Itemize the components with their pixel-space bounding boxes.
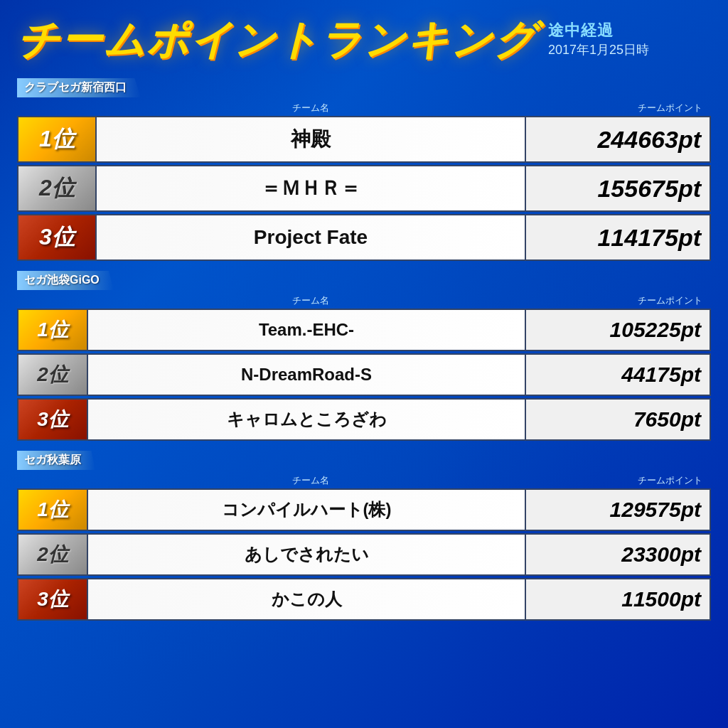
rank-badge-2: 2位 bbox=[18, 535, 87, 574]
rank-badge-2: 2位 bbox=[18, 355, 87, 395]
rank-row-shinjuku-0: 1位 神殿 244663pt bbox=[17, 116, 711, 163]
rank-row-ikebukuro-1: 2位 N-DreamRoad-S 44175pt bbox=[17, 353, 711, 396]
subtitle-block: 途中経過 2017年1月25日時 bbox=[548, 20, 649, 58]
subtitle-top: 途中経過 bbox=[548, 20, 649, 41]
col-rank bbox=[17, 474, 95, 487]
section-header-ikebukuro: セガ池袋GiGO bbox=[17, 271, 114, 290]
team-points-cell: 114175pt bbox=[526, 215, 710, 259]
team-name-cell: Project Fate bbox=[95, 215, 526, 259]
col-headers-ikebukuro: チーム名 チームポイント bbox=[17, 293, 711, 309]
team-points-cell: 129575pt bbox=[526, 490, 710, 530]
team-name-cell: Team.-EHC- bbox=[87, 310, 526, 350]
section-akihabara: セガ秋葉原 チーム名 チームポイント 1位 コンパイルハート(株) 129575… bbox=[17, 451, 711, 621]
rank-row-akihabara-2: 3位 かこの人 11500pt bbox=[17, 578, 711, 621]
sections-container: クラブセガ新宿西口 チーム名 チームポイント 1位 神殿 244663pt 2位… bbox=[17, 78, 711, 621]
rank-row-shinjuku-1: 2位 ＝ＭＨＲ＝ 155675pt bbox=[17, 165, 711, 212]
team-points-cell: 11500pt bbox=[526, 579, 710, 619]
rank-row-akihabara-1: 2位 あしでされたい 23300pt bbox=[17, 533, 711, 576]
section-header-akihabara: セガ秋葉原 bbox=[17, 451, 95, 470]
rank-badge-1: 1位 bbox=[18, 310, 87, 350]
team-points-cell: 23300pt bbox=[526, 535, 710, 574]
team-points-cell: 44175pt bbox=[526, 355, 710, 395]
rank-row-ikebukuro-0: 1位 Team.-EHC- 105225pt bbox=[17, 309, 711, 351]
rank-badge-1: 1位 bbox=[18, 117, 95, 161]
team-name-cell: ＝ＭＨＲ＝ bbox=[95, 166, 526, 210]
section-shinjuku: クラブセガ新宿西口 チーム名 チームポイント 1位 神殿 244663pt 2位… bbox=[17, 78, 711, 261]
main-title: チームポイントランキング bbox=[17, 13, 537, 68]
col-rank bbox=[17, 294, 95, 307]
col-name-label: チーム名 bbox=[95, 102, 526, 114]
subtitle-date: 2017年1月25日時 bbox=[548, 41, 649, 58]
section-ikebukuro: セガ池袋GiGO チーム名 チームポイント 1位 Team.-EHC- 1052… bbox=[17, 271, 711, 441]
team-name-cell: キャロムところざわ bbox=[87, 400, 526, 439]
rank-badge-3: 3位 bbox=[18, 400, 87, 439]
team-points-cell: 244663pt bbox=[526, 117, 710, 161]
rank-row-shinjuku-2: 3位 Project Fate 114175pt bbox=[17, 214, 711, 261]
col-headers-shinjuku: チーム名 チームポイント bbox=[17, 100, 711, 116]
section-header-shinjuku: クラブセガ新宿西口 bbox=[17, 78, 141, 97]
rank-row-akihabara-0: 1位 コンパイルハート(株) 129575pt bbox=[17, 488, 711, 531]
col-name-label: チーム名 bbox=[95, 474, 526, 487]
team-name-cell: あしでされたい bbox=[87, 535, 526, 574]
team-points-cell: 155675pt bbox=[526, 166, 710, 210]
team-points-cell: 7650pt bbox=[526, 400, 710, 439]
team-name-cell: コンパイルハート(株) bbox=[87, 490, 526, 530]
rank-row-ikebukuro-2: 3位 キャロムところざわ 7650pt bbox=[17, 398, 711, 441]
col-points-label: チームポイント bbox=[526, 102, 711, 114]
team-name-cell: かこの人 bbox=[87, 579, 526, 619]
col-points-label: チームポイント bbox=[526, 474, 711, 487]
team-name-cell: N-DreamRoad-S bbox=[87, 355, 526, 395]
main-container: チームポイントランキング 途中経過 2017年1月25日時 クラブセガ新宿西口 … bbox=[0, 0, 728, 630]
col-name-label: チーム名 bbox=[95, 294, 526, 307]
col-rank bbox=[17, 102, 95, 114]
col-headers-akihabara: チーム名 チームポイント bbox=[17, 473, 711, 488]
rank-badge-2: 2位 bbox=[18, 166, 95, 210]
team-name-cell: 神殿 bbox=[95, 117, 526, 161]
rank-badge-1: 1位 bbox=[18, 490, 87, 530]
rank-badge-3: 3位 bbox=[18, 579, 87, 619]
col-points-label: チームポイント bbox=[526, 294, 711, 307]
team-points-cell: 105225pt bbox=[526, 310, 710, 350]
rank-badge-3: 3位 bbox=[18, 215, 95, 259]
